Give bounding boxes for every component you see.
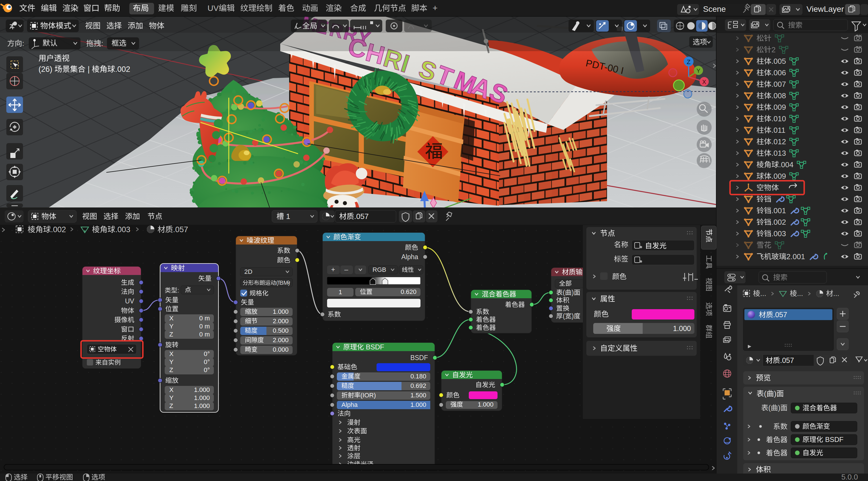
- svg-text:RGB: RGB: [372, 266, 386, 273]
- svg-text::: :: [177, 287, 179, 294]
- svg-text:Y: Y: [169, 394, 174, 402]
- svg-text:...: ...: [760, 289, 766, 297]
- svg-text:.003: .003: [115, 225, 130, 234]
- svg-text:Y: Y: [696, 67, 700, 74]
- svg-text:.057: .057: [780, 356, 794, 364]
- svg-text:Y: Y: [169, 358, 174, 365]
- svg-text:(IOR): (IOR): [361, 392, 376, 399]
- svg-text:.002: .002: [771, 218, 786, 226]
- svg-text:0.000: 0.000: [273, 346, 288, 353]
- svg-text:UV: UV: [125, 297, 134, 305]
- svg-text:|: |: [86, 65, 92, 73]
- svg-text:.010: .010: [771, 115, 786, 123]
- svg-text:X: X: [169, 315, 174, 322]
- svg-text:.057: .057: [354, 212, 369, 221]
- svg-text:X: X: [702, 79, 706, 85]
- svg-text:X: X: [169, 350, 174, 357]
- svg-text:(: (: [563, 289, 565, 296]
- svg-text:2: 2: [771, 45, 775, 54]
- svg-text:.005: .005: [771, 57, 786, 65]
- svg-text:X: X: [169, 386, 174, 393]
- svg-text:–: –: [344, 265, 348, 273]
- svg-text:5.0.0: 5.0.0: [841, 473, 858, 481]
- svg-text:(26): (26): [38, 65, 55, 73]
- svg-text:2.000: 2.000: [273, 318, 288, 325]
- svg-text:Scene: Scene: [703, 5, 726, 13]
- svg-text:0.692: 0.692: [410, 382, 426, 389]
- svg-text:): ): [774, 389, 777, 398]
- svg-text:1.000: 1.000: [194, 394, 210, 402]
- svg-text:0°: 0°: [204, 366, 210, 374]
- svg-text:0.500: 0.500: [273, 327, 288, 334]
- svg-text:.012: .012: [771, 137, 786, 146]
- svg-text:.001: .001: [771, 206, 786, 215]
- svg-text:Y: Y: [169, 323, 174, 330]
- svg-text::: :: [22, 39, 24, 48]
- svg-text:.006: .006: [771, 68, 786, 77]
- svg-text:1.000: 1.000: [478, 401, 494, 408]
- svg-text:.004: .004: [779, 160, 794, 169]
- svg-text:0 m: 0 m: [199, 331, 210, 338]
- svg-text:.002: .002: [115, 65, 130, 73]
- svg-text:Alpha: Alpha: [401, 253, 418, 261]
- svg-text:BSDF: BSDF: [364, 343, 384, 351]
- svg-text:1.500: 1.500: [410, 392, 426, 399]
- svg-text:.002: .002: [51, 225, 66, 234]
- svg-text:1: 1: [339, 288, 342, 296]
- svg-text:.008: .008: [771, 91, 786, 100]
- svg-text:.057: .057: [773, 311, 787, 319]
- svg-text:1.000: 1.000: [273, 308, 288, 315]
- svg-text:.013: .013: [771, 149, 786, 157]
- svg-text:(: (: [768, 404, 771, 412]
- svg-text:2D: 2D: [244, 268, 252, 275]
- svg-text:0 m: 0 m: [199, 323, 210, 330]
- svg-text:.009: .009: [771, 172, 786, 181]
- svg-text:+: +: [331, 265, 335, 273]
- svg-text:0.180: 0.180: [410, 373, 426, 380]
- svg-text:Alpha: Alpha: [341, 401, 358, 408]
- svg-text:.011: .011: [771, 126, 785, 134]
- svg-text:1.000: 1.000: [410, 401, 426, 408]
- svg-text:.003: .003: [771, 229, 786, 238]
- svg-text:1.000: 1.000: [673, 324, 691, 332]
- svg-text:Z: Z: [687, 58, 690, 65]
- svg-text:2.000: 2.000: [273, 336, 288, 344]
- svg-text:0.620: 0.620: [401, 288, 416, 295]
- svg-text:(: (: [764, 389, 767, 398]
- svg-text:1: 1: [284, 212, 290, 221]
- svg-text::: :: [101, 39, 103, 48]
- svg-text:Z: Z: [169, 331, 173, 338]
- svg-text:.057: .057: [173, 225, 188, 234]
- svg-text:...: ...: [833, 289, 839, 297]
- svg-text:2.001: 2.001: [786, 252, 805, 261]
- svg-text:.009: .009: [771, 103, 786, 111]
- svg-text:+: +: [433, 3, 438, 13]
- svg-text:BSDF: BSDF: [410, 354, 428, 361]
- svg-text:ViewLayer: ViewLayer: [806, 5, 844, 13]
- svg-text:Z: Z: [169, 366, 173, 374]
- svg-text:0 m: 0 m: [199, 315, 210, 322]
- svg-text:.007: .007: [771, 80, 786, 89]
- svg-text:1.000: 1.000: [194, 386, 210, 393]
- svg-text:): ): [572, 312, 574, 320]
- svg-text:): ): [778, 404, 780, 412]
- svg-text:): ): [572, 289, 574, 296]
- svg-text:UV: UV: [208, 4, 219, 13]
- svg-text:1.000: 1.000: [194, 402, 210, 410]
- svg-text:...: ...: [797, 289, 803, 297]
- svg-text:(: (: [563, 312, 565, 320]
- svg-text:BSDF: BSDF: [823, 436, 843, 443]
- svg-text:Z: Z: [169, 402, 173, 410]
- svg-text:0°: 0°: [204, 358, 210, 365]
- svg-text:0°: 0°: [204, 350, 210, 357]
